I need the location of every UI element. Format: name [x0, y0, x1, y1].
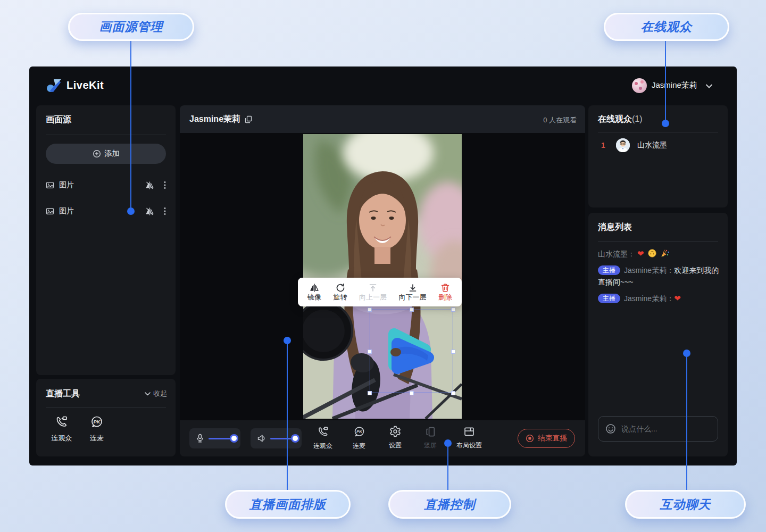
resize-handle[interactable] [451, 391, 455, 395]
portrait-screen-icon [424, 426, 436, 437]
resize-handle[interactable] [410, 307, 414, 312]
message-list-title: 消息列表 [598, 222, 632, 233]
divider [598, 241, 718, 242]
svg-text:PK: PK [94, 419, 101, 425]
viewer-name: 山水流墨 [637, 140, 667, 150]
image-icon [46, 207, 54, 215]
livekit-logo-icon [46, 78, 62, 94]
speaker-volume-track[interactable] [270, 438, 295, 439]
divider [46, 135, 166, 135]
message-sender: Jasmine茉莉： [624, 266, 674, 275]
message-sender: Jasmine茉莉： [624, 294, 674, 303]
viewer-list-item[interactable]: 1 山水流墨 [598, 136, 718, 154]
pk-connect-label: 连麦 [82, 434, 112, 443]
callout-layout-label: 直播画面排版 [249, 496, 326, 513]
mirror-off-icon[interactable] [145, 207, 154, 216]
settings-control[interactable]: 设置 [379, 426, 412, 450]
live-tools-title: 直播工具 [46, 388, 80, 400]
callout-control: 直播控制 [388, 490, 511, 519]
mic-volume-slider[interactable] [189, 428, 240, 448]
speaker-volume-slider[interactable] [251, 428, 302, 448]
chevron-down-icon[interactable] [706, 84, 712, 88]
phone-camera-icon [317, 426, 329, 438]
smiley-icon[interactable] [605, 423, 616, 434]
add-source-button[interactable]: 添加 [46, 144, 166, 164]
layout-settings-control[interactable]: 布局设置 [449, 426, 489, 450]
pk-connect-button[interactable]: PK 连麦 [82, 415, 112, 443]
viewer-count-label: 0 人在观看 [543, 115, 577, 125]
pk-connect-control[interactable]: PK 连麦 [343, 426, 376, 451]
sources-panel: 画面源 添加 图片 [36, 105, 176, 375]
rotate-button[interactable]: 旋转 [334, 283, 347, 301]
callout-chat-label: 互动聊天 [660, 496, 711, 513]
rotate-label: 旋转 [334, 294, 347, 301]
invite-viewer-control-label: 连观众 [306, 442, 339, 451]
red-heart-emoji: ❤ [674, 294, 681, 303]
callout-line-chat [686, 353, 687, 490]
chat-message: 主播Jasmine茉莉：欢迎来到我的直播间~~~ [598, 264, 719, 288]
host-badge: 主播 [598, 265, 620, 275]
invite-viewer-label: 连观众 [47, 434, 77, 443]
user-name: Jasmine茉莉 [652, 80, 697, 90]
add-source-label: 添加 [105, 149, 120, 159]
chat-input-box[interactable] [598, 416, 718, 442]
viewers-panel-count: (1) [632, 114, 643, 123]
sources-panel-title: 画面源 [46, 114, 71, 126]
host-badge: 主播 [598, 294, 620, 303]
plus-circle-icon [93, 149, 101, 158]
callout-dot-source-manage [127, 207, 135, 215]
resize-handle[interactable] [368, 307, 372, 312]
stage-topbar: Jasmine茉莉 0 人在观看 [180, 105, 585, 133]
kebab-menu-icon[interactable] [164, 207, 166, 215]
invite-viewer-button[interactable]: 连观众 [47, 415, 77, 443]
end-live-button[interactable]: 结束直播 [518, 429, 575, 448]
callout-online-viewers-label: 在线观众 [641, 19, 692, 35]
mirror-off-icon[interactable] [145, 181, 154, 190]
callout-dot-layout [284, 337, 291, 344]
gear-icon [389, 426, 401, 437]
logo-overlay-image[interactable] [387, 328, 437, 376]
callout-chat: 互动聊天 [625, 490, 746, 519]
source-item-row[interactable]: 图片 [46, 177, 166, 194]
resize-handle[interactable] [451, 350, 455, 354]
callout-dot-chat [683, 350, 690, 357]
viewer-rank: 1 [598, 141, 612, 149]
trash-icon [440, 283, 450, 293]
invite-viewer-control[interactable]: 连观众 [306, 426, 339, 451]
delete-overlay-button[interactable]: 删除 [438, 283, 452, 301]
image-icon [46, 181, 54, 189]
copy-icon[interactable] [245, 115, 252, 123]
speaker-volume-knob[interactable] [293, 436, 298, 441]
source-item-row[interactable]: 图片 [46, 203, 166, 220]
phone-camera-icon [55, 415, 69, 429]
layout-settings-label: 布局设置 [449, 441, 489, 450]
kebab-menu-icon[interactable] [164, 181, 166, 189]
live-tools-panel: 直播工具 收起 连观众 PK 连麦 [36, 379, 176, 456]
message-list: 山水流墨： ❤ 主播Jasmine茉莉：欢迎来到我的直播间~~~ 主播Jasmi… [598, 248, 719, 309]
resize-handle[interactable] [410, 391, 414, 395]
resize-handle[interactable] [368, 391, 372, 395]
speaker-icon [257, 434, 266, 443]
chat-input[interactable] [621, 425, 718, 433]
chat-message: 主播Jasmine茉莉：❤ [598, 293, 719, 304]
stage-canvas[interactable]: 镜像 旋转 向上一层 [180, 133, 585, 420]
callout-dot-control [444, 439, 452, 447]
user-avatar[interactable] [632, 78, 647, 93]
resize-handle[interactable] [451, 307, 455, 312]
callout-control-label: 直播控制 [424, 496, 476, 513]
mirror-button[interactable]: 镜像 [307, 283, 321, 301]
collapse-toggle[interactable]: 收起 [145, 389, 167, 398]
callout-dot-online-viewers [662, 120, 669, 127]
mic-volume-track[interactable] [209, 438, 234, 439]
mic-volume-knob[interactable] [231, 436, 237, 441]
callout-online-viewers: 在线观众 [604, 13, 729, 41]
resize-handle[interactable] [368, 350, 372, 354]
viewers-panel-title: 在线观众 [598, 114, 632, 123]
source-item-label: 图片 [59, 206, 74, 216]
viewer-avatar [616, 138, 630, 152]
overlay-selection-box[interactable] [370, 310, 453, 393]
stop-record-icon [526, 434, 534, 443]
chat-message: 山水流墨： ❤ [598, 248, 719, 260]
room-title: Jasmine茉莉 [189, 114, 240, 125]
send-backward-button[interactable]: 向下一层 [399, 283, 427, 301]
